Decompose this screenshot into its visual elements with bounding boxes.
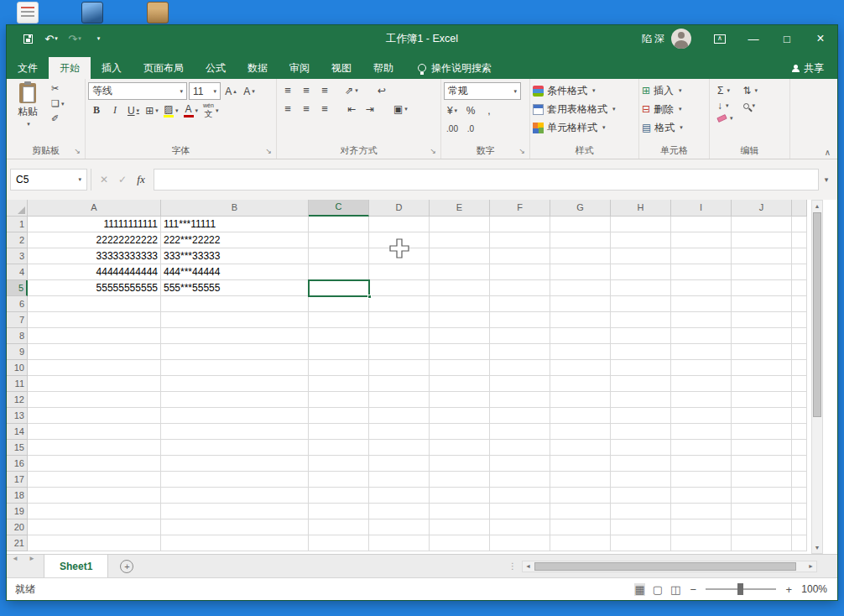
- cell-A14[interactable]: [28, 424, 161, 440]
- cell-B14[interactable]: [161, 424, 309, 440]
- cell-J19[interactable]: [732, 504, 792, 519]
- scroll-left-icon[interactable]: ◄: [523, 563, 534, 569]
- cell-E11[interactable]: [430, 376, 490, 392]
- column-header-B[interactable]: B: [161, 200, 309, 217]
- zoom-level[interactable]: 100%: [801, 583, 827, 595]
- cell-J9[interactable]: [732, 344, 792, 360]
- cell-G21[interactable]: [550, 535, 611, 551]
- enter-entry-button[interactable]: ✓: [113, 169, 132, 191]
- cell-I15[interactable]: [671, 440, 732, 456]
- cell-C16[interactable]: [309, 456, 369, 472]
- cell-F8[interactable]: [490, 328, 550, 344]
- scroll-up-icon[interactable]: ▲: [812, 201, 822, 211]
- column-header-E[interactable]: E: [430, 200, 490, 217]
- cell-D12[interactable]: [369, 392, 430, 408]
- dialog-launcher-icon[interactable]: ↘: [430, 145, 436, 157]
- cell-D8[interactable]: [369, 328, 430, 344]
- increase-font-size-button[interactable]: A▴: [222, 83, 239, 99]
- clear-button[interactable]: ▾: [717, 115, 733, 122]
- tab-formulas[interactable]: 公式: [195, 57, 237, 79]
- tell-me-search[interactable]: 操作说明搜索: [418, 57, 492, 79]
- cell-I7[interactable]: [671, 312, 732, 328]
- cell-I6[interactable]: [671, 296, 732, 312]
- cell-F4[interactable]: [490, 264, 550, 280]
- cell-F3[interactable]: [490, 248, 550, 264]
- cell-J3[interactable]: [732, 248, 792, 264]
- cell-H3[interactable]: [611, 248, 671, 264]
- cell-C17[interactable]: [309, 472, 369, 488]
- cell-F14[interactable]: [490, 424, 550, 440]
- cell-A2[interactable]: 22222222222: [28, 232, 161, 248]
- cell-F19[interactable]: [490, 504, 550, 519]
- cell-H9[interactable]: [611, 344, 671, 360]
- cell-E8[interactable]: [430, 328, 490, 344]
- column-header-H[interactable]: H: [611, 200, 671, 217]
- merge-center-button[interactable]: ▣▾: [392, 101, 409, 117]
- cell-B17[interactable]: [161, 472, 309, 488]
- cell-G4[interactable]: [550, 264, 611, 280]
- cell-H13[interactable]: [611, 408, 671, 424]
- cut-button[interactable]: ✂: [49, 81, 66, 96]
- cell-A18[interactable]: [28, 488, 161, 504]
- cell-A16[interactable]: [28, 456, 161, 472]
- cell-F15[interactable]: [490, 440, 550, 456]
- column-header-J[interactable]: J: [732, 200, 792, 217]
- paste-button[interactable]: 粘贴 ▾: [9, 81, 46, 128]
- cell-E1[interactable]: [430, 217, 490, 232]
- sheet-tab-sheet1[interactable]: Sheet1: [44, 555, 108, 577]
- row-header-11[interactable]: 11: [7, 376, 28, 392]
- cell-C19[interactable]: [309, 504, 369, 519]
- page-break-view-icon[interactable]: ◫: [670, 583, 680, 596]
- cell-I3[interactable]: [671, 248, 732, 264]
- cell-J1[interactable]: [732, 217, 792, 232]
- cell-G5[interactable]: [550, 280, 611, 296]
- cell-E18[interactable]: [430, 488, 490, 504]
- cell-F5[interactable]: [490, 280, 550, 296]
- cell-D19[interactable]: [369, 504, 430, 519]
- cell-A17[interactable]: [28, 472, 161, 488]
- row-header-4[interactable]: 4: [7, 264, 28, 280]
- cell-B15[interactable]: [161, 440, 309, 456]
- cell-C6[interactable]: [309, 296, 369, 312]
- name-box[interactable]: C5 ▾: [10, 169, 87, 191]
- align-left-button[interactable]: ≡: [279, 101, 296, 117]
- cell-D3[interactable]: [369, 248, 430, 264]
- row-header-19[interactable]: 19: [7, 504, 28, 519]
- cell-E3[interactable]: [430, 248, 490, 264]
- cell-B1[interactable]: 111***11111: [161, 217, 309, 232]
- select-all-corner[interactable]: [7, 200, 28, 217]
- row-header-21[interactable]: 21: [7, 535, 28, 551]
- cell-G11[interactable]: [550, 376, 611, 392]
- cell-G16[interactable]: [550, 456, 611, 472]
- undo-button[interactable]: ↶▾: [40, 28, 62, 50]
- tab-insert[interactable]: 插入: [91, 57, 133, 79]
- column-header-F[interactable]: F: [490, 200, 550, 217]
- cell-D18[interactable]: [369, 488, 430, 504]
- cell-E17[interactable]: [430, 472, 490, 488]
- cell-A10[interactable]: [28, 360, 161, 376]
- increase-indent-button[interactable]: ⇥: [362, 101, 378, 117]
- cell-B12[interactable]: [161, 392, 309, 408]
- cell-E9[interactable]: [430, 344, 490, 360]
- cell-H8[interactable]: [611, 328, 671, 344]
- cell-B19[interactable]: [161, 504, 309, 519]
- cell-I18[interactable]: [671, 488, 732, 504]
- desktop-shortcut-icon[interactable]: [17, 2, 39, 23]
- cell-I1[interactable]: [671, 217, 732, 232]
- cell-G1[interactable]: [550, 217, 611, 232]
- zoom-slider-handle[interactable]: [737, 583, 743, 595]
- cell-A6[interactable]: [28, 296, 161, 312]
- cell-J8[interactable]: [732, 328, 792, 344]
- phonetic-guide-button[interactable]: wén文 ▾: [201, 102, 220, 118]
- cell-I4[interactable]: [671, 264, 732, 280]
- cell-D4[interactable]: [369, 264, 430, 280]
- cell-A5[interactable]: 55555555555: [28, 280, 161, 296]
- cell-H17[interactable]: [611, 472, 671, 488]
- cell-J4[interactable]: [732, 264, 792, 280]
- cell-A15[interactable]: [28, 440, 161, 456]
- cell-B6[interactable]: [161, 296, 309, 312]
- cell-F21[interactable]: [490, 535, 550, 551]
- row-header-10[interactable]: 10: [7, 360, 28, 376]
- cell-E21[interactable]: [430, 535, 490, 551]
- cell-J14[interactable]: [732, 424, 792, 440]
